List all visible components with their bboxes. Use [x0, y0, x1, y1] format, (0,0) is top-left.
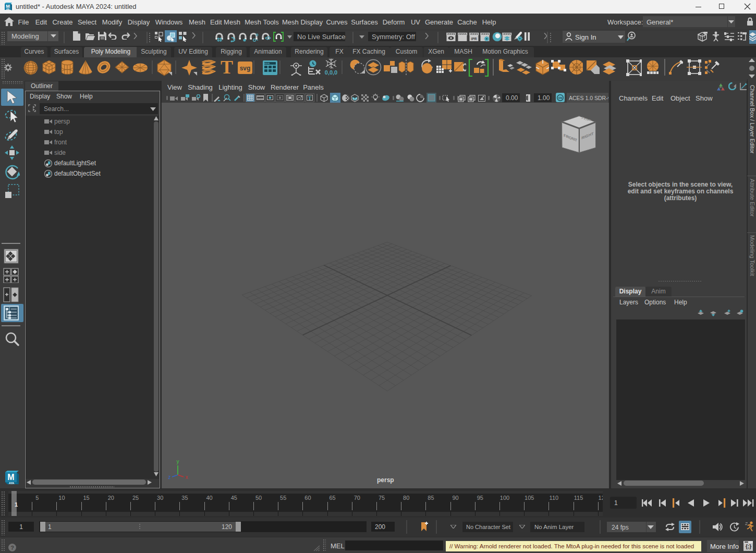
svg-text:IPR: IPR: [471, 37, 477, 41]
svg-text:T: T: [308, 95, 312, 101]
svg-text:svg: svg: [240, 65, 251, 72]
svg-text:x: x: [186, 474, 188, 480]
svg-text:AYA: AYA: [6, 8, 10, 10]
svg-text:ON: ON: [558, 96, 563, 100]
svg-text:0,0,0: 0,0,0: [325, 69, 337, 76]
svg-text:?: ?: [10, 545, 14, 551]
svg-text:AYA: AYA: [9, 482, 15, 485]
svg-text:M: M: [7, 473, 14, 482]
svg-text:z: z: [168, 474, 171, 480]
svg-text:y: y: [177, 459, 179, 464]
